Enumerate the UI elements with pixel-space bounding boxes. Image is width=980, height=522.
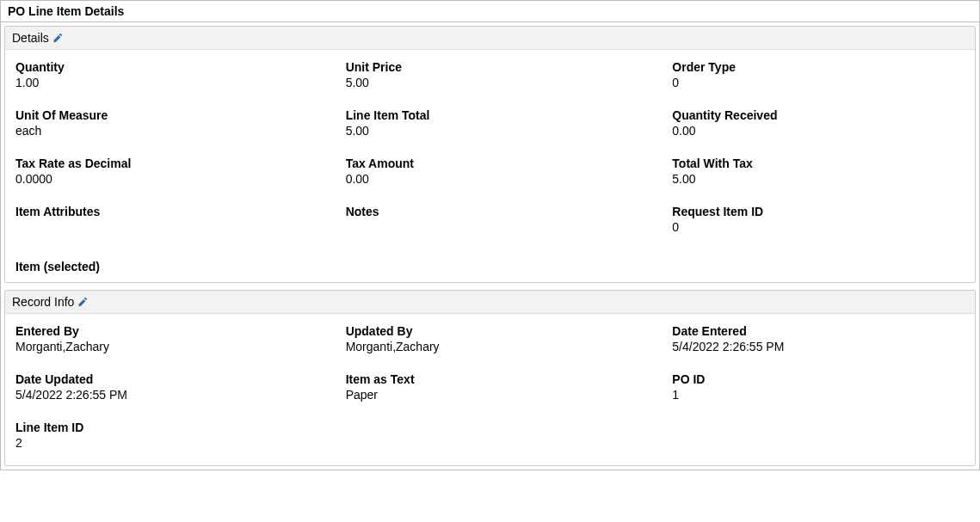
label-updated-by: Updated By — [346, 324, 642, 338]
label-entered-by: Entered By — [15, 324, 318, 338]
label-quantity: Quantity — [15, 60, 318, 74]
details-section: Details Quantity 1.00 Unit Price 5.00 Or… — [4, 26, 976, 283]
value-item-as-text: Paper — [346, 388, 642, 402]
value-date-updated: 5/4/2022 2:26:55 PM — [15, 388, 318, 402]
details-item-selected-row: Item (selected) — [5, 249, 975, 282]
record-info-grid: Entered By Morganti,Zachary Updated By M… — [5, 314, 975, 465]
value-order-type: 0 — [672, 76, 965, 89]
label-total-with-tax: Total With Tax — [672, 157, 965, 170]
field-po-id: PO ID 1 — [662, 372, 965, 402]
field-item-selected: Item (selected) — [15, 260, 975, 273]
value-line-item-total: 5.00 — [346, 124, 642, 138]
value-line-item-id: 2 — [15, 436, 318, 450]
field-notes: Notes — [339, 205, 642, 234]
label-date-entered: Date Entered — [672, 324, 965, 338]
record-info-header-title: Record Info — [12, 295, 74, 309]
field-date-entered: Date Entered 5/4/2022 2:26:55 PM — [662, 324, 965, 353]
record-info-section: Record Info Entered By Morganti,Zachary … — [4, 290, 976, 466]
pencil-icon[interactable] — [52, 33, 63, 43]
label-uom: Unit Of Measure — [15, 108, 318, 122]
pencil-icon[interactable] — [77, 297, 88, 307]
details-header: Details — [5, 27, 975, 50]
field-item-as-text: Item as Text Paper — [339, 372, 642, 402]
value-request-item-id: 0 — [672, 220, 965, 234]
field-qty-received: Quantity Received 0.00 — [662, 108, 965, 138]
label-qty-received: Quantity Received — [672, 108, 965, 122]
field-tax-rate: Tax Rate as Decimal 0.0000 — [15, 157, 318, 186]
field-tax-amount: Tax Amount 0.00 — [339, 157, 642, 186]
value-total-with-tax: 5.00 — [672, 172, 965, 186]
label-tax-amount: Tax Amount — [346, 157, 642, 170]
field-item-attributes: Item Attributes — [15, 205, 318, 234]
value-tax-amount: 0.00 — [346, 172, 642, 186]
value-tax-rate: 0.0000 — [15, 172, 318, 186]
field-line-item-id: Line Item ID 2 — [15, 421, 318, 450]
value-unit-price: 5.00 — [346, 76, 642, 89]
field-quantity: Quantity 1.00 — [15, 60, 318, 89]
field-entered-by: Entered By Morganti,Zachary — [15, 324, 318, 353]
label-item-as-text: Item as Text — [346, 372, 642, 386]
value-uom: each — [15, 124, 318, 138]
record-info-header: Record Info — [5, 291, 975, 314]
label-line-item-total: Line Item Total — [346, 108, 642, 122]
field-line-item-total: Line Item Total 5.00 — [339, 108, 642, 138]
panel-title-text: PO Line Item Details — [8, 4, 124, 18]
value-po-id: 1 — [672, 388, 965, 402]
details-header-title: Details — [12, 31, 49, 45]
field-request-item-id: Request Item ID 0 — [662, 205, 965, 234]
label-po-id: PO ID — [672, 372, 965, 386]
label-item-selected: Item (selected) — [15, 260, 975, 273]
field-order-type: Order Type 0 — [662, 60, 965, 89]
label-notes: Notes — [346, 205, 642, 218]
value-date-entered: 5/4/2022 2:26:55 PM — [672, 340, 965, 353]
field-total-with-tax: Total With Tax 5.00 — [662, 157, 965, 186]
value-entered-by: Morganti,Zachary — [15, 340, 318, 353]
po-line-item-panel: PO Line Item Details Details Quantity 1.… — [0, 0, 980, 470]
label-item-attributes: Item Attributes — [15, 205, 318, 218]
field-updated-by: Updated By Morganti,Zachary — [339, 324, 642, 353]
label-unit-price: Unit Price — [346, 60, 642, 74]
value-quantity: 1.00 — [15, 76, 318, 89]
value-updated-by: Morganti,Zachary — [346, 340, 642, 353]
field-uom: Unit Of Measure each — [15, 108, 318, 138]
label-order-type: Order Type — [672, 60, 965, 74]
field-date-updated: Date Updated 5/4/2022 2:26:55 PM — [15, 372, 318, 402]
label-tax-rate: Tax Rate as Decimal — [15, 157, 318, 170]
details-grid: Quantity 1.00 Unit Price 5.00 Order Type… — [5, 50, 975, 249]
panel-title: PO Line Item Details — [1, 1, 979, 22]
label-request-item-id: Request Item ID — [672, 205, 965, 218]
label-date-updated: Date Updated — [15, 372, 318, 386]
label-line-item-id: Line Item ID — [15, 421, 318, 434]
value-qty-received: 0.00 — [672, 124, 965, 138]
field-unit-price: Unit Price 5.00 — [339, 60, 642, 89]
